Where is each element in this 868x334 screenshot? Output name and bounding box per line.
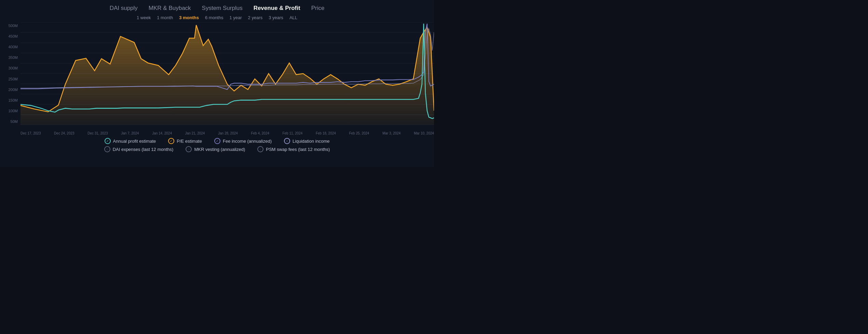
nav-dai-supply[interactable]: DAI supply <box>110 5 138 12</box>
nav-system-surplus[interactable]: System Surplus <box>202 5 243 12</box>
legend-label-mkr-vesting: MKR vesting (annualized) <box>194 147 245 152</box>
x-label-10: Feb 25, 2024 <box>349 131 369 135</box>
legend-label-annual-profit: Annual profit estimate <box>113 139 156 144</box>
x-label-12: Mar 10, 2024 <box>414 131 434 135</box>
chart-legend: ✓ Annual profit estimate ✓ P/E estimate … <box>0 135 434 154</box>
legend-icon-annual-profit: ✓ <box>105 138 111 144</box>
y-label-350m: 350M <box>1 55 18 60</box>
y-label-300m: 300M <box>1 66 18 70</box>
legend-icon-liquidation: ○ <box>284 138 290 144</box>
x-label-0: Dec 17, 2023 <box>21 131 41 135</box>
nav-mkr-buyback[interactable]: MKR & Buyback <box>149 5 191 12</box>
time-all[interactable]: ALL <box>289 15 297 20</box>
legend-row-1: ✓ Annual profit estimate ✓ P/E estimate … <box>105 138 330 144</box>
legend-icon-psm-swap: ○ <box>257 146 263 152</box>
legend-icon-fee: ✓ <box>214 138 220 144</box>
legend-annual-profit[interactable]: ✓ Annual profit estimate <box>105 138 156 144</box>
x-axis: Dec 17, 2023 Dec 24, 2023 Dec 31, 2023 J… <box>21 126 434 135</box>
legend-label-fee: Fee income (annualized) <box>223 139 272 144</box>
nav-price[interactable]: Price <box>311 5 325 12</box>
time-6months[interactable]: 6 months <box>205 15 223 20</box>
legend-liquidation[interactable]: ○ Liquidation income <box>284 138 329 144</box>
legend-icon-mkr-vesting: ○ <box>186 146 192 152</box>
legend-label-dai-expenses: DAI expenses (last 12 months) <box>113 147 174 152</box>
x-label-6: Jan 28, 2024 <box>218 131 238 135</box>
legend-fee-income[interactable]: ✓ Fee income (annualized) <box>214 138 272 144</box>
y-label-400m: 400M <box>1 45 18 49</box>
main-container: DAI supply MKR & Buyback System Surplus … <box>0 0 434 167</box>
time-nav: 1 week 1 month 3 months 6 months 1 year … <box>0 14 434 22</box>
time-3years[interactable]: 3 years <box>269 15 283 20</box>
x-label-8: Feb 11, 2024 <box>282 131 302 135</box>
x-label-11: Mar 3, 2024 <box>382 131 401 135</box>
time-3months[interactable]: 3 months <box>179 15 199 20</box>
legend-label-pe: P/E estimate <box>177 139 202 144</box>
chart-area: 500M 450M 400M 350M 300M 250M 200M 150M … <box>0 22 434 135</box>
x-label-4: Jan 14, 2024 <box>152 131 172 135</box>
y-label-250m: 250M <box>1 77 18 81</box>
legend-icon-dai-expenses: ○ <box>104 146 110 152</box>
legend-label-liquidation: Liquidation income <box>293 139 329 144</box>
y-label-450m: 450M <box>1 34 18 38</box>
legend-dai-expenses[interactable]: ○ DAI expenses (last 12 months) <box>104 146 174 152</box>
x-label-7: Feb 4, 2024 <box>251 131 269 135</box>
y-label-200m: 200M <box>1 88 18 92</box>
time-1year[interactable]: 1 year <box>229 15 242 20</box>
y-axis: 500M 450M 400M 350M 300M 250M 200M 150M … <box>0 22 21 125</box>
y-label-500m: 500M <box>1 24 18 28</box>
legend-label-psm-swap: PSM swap fees (last 12 months) <box>266 147 330 152</box>
legend-mkr-vesting[interactable]: ○ MKR vesting (annualized) <box>186 146 245 152</box>
x-label-1: Dec 24, 2023 <box>54 131 74 135</box>
x-label-5: Jan 21, 2024 <box>185 131 205 135</box>
legend-pe-estimate[interactable]: ✓ P/E estimate <box>168 138 202 144</box>
nav-revenue-profit[interactable]: Revenue & Profit <box>254 5 300 12</box>
legend-icon-pe: ✓ <box>168 138 174 144</box>
x-label-2: Dec 31, 2023 <box>87 131 108 135</box>
y-label-50m: 50M <box>1 119 18 124</box>
time-1month[interactable]: 1 month <box>157 15 173 20</box>
x-label-3: Jan 7, 2024 <box>121 131 139 135</box>
time-2years[interactable]: 2 years <box>248 15 263 20</box>
legend-row-2: ○ DAI expenses (last 12 months) ○ MKR ve… <box>104 146 330 152</box>
legend-psm-swap[interactable]: ○ PSM swap fees (last 12 months) <box>257 146 330 152</box>
time-1week[interactable]: 1 week <box>137 15 151 20</box>
top-nav: DAI supply MKR & Buyback System Surplus … <box>0 0 434 14</box>
chart-svg <box>21 22 434 125</box>
y-label-150m: 150M <box>1 98 18 102</box>
x-label-9: Feb 18, 2024 <box>316 131 336 135</box>
y-label-100m: 100M <box>1 109 18 113</box>
